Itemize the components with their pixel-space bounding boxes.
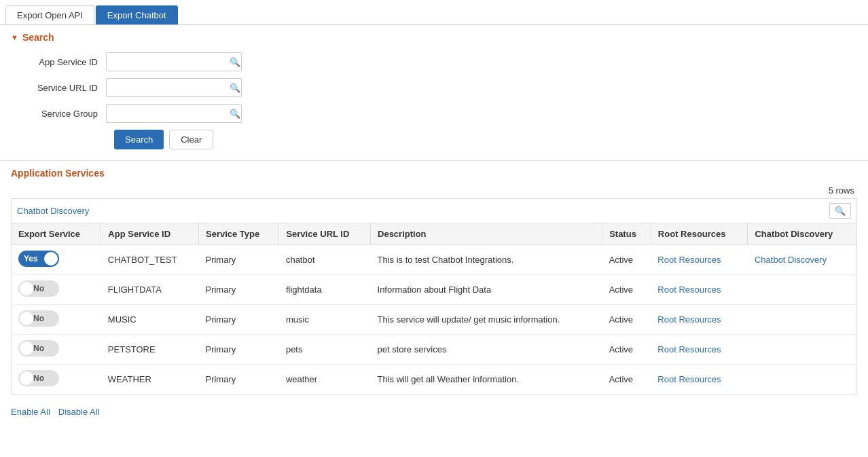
tab-export-open-api[interactable]: Export Open API	[5, 5, 94, 24]
col-description: Description	[371, 223, 602, 245]
col-export-service: Export Service	[12, 223, 101, 245]
table-row: YesCHATBOT_TESTPrimarychatbotThis is to …	[12, 245, 857, 275]
root-resources-cell: Root Resources	[651, 305, 748, 335]
toggle-label: No	[33, 314, 44, 323]
toggle-cell: No	[12, 335, 101, 365]
table-header-row: 5 rows	[11, 183, 857, 198]
root-resources-link[interactable]: Root Resources	[657, 314, 721, 325]
col-chatbot-discovery: Chatbot Discovery	[748, 223, 857, 245]
search-button-row: Search Clear	[11, 130, 857, 149]
export-toggle-4[interactable]: No	[18, 370, 59, 386]
app-service-id-label: App Service ID	[11, 57, 106, 67]
chatbot-discovery-cell	[748, 365, 857, 395]
status-cell: Active	[602, 365, 651, 395]
search-form: App Service ID 🔍 Service URL ID 🔍 Servic…	[11, 50, 857, 156]
rows-count: 5 rows	[829, 185, 854, 196]
toggle-knob	[20, 342, 33, 355]
description-cell: Information about Flight Data	[371, 275, 602, 305]
root-resources-link[interactable]: Root Resources	[657, 374, 721, 384]
table-row: NoPETSTOREPrimarypetspet store servicesA…	[12, 335, 857, 365]
chatbot-discovery-cell: Chatbot Discovery	[748, 245, 857, 275]
status-cell: Active	[602, 335, 651, 365]
service-group-label: Service Group	[11, 109, 106, 119]
app-service-id-row: App Service ID 🔍	[11, 52, 857, 71]
chatbot-discovery-cell	[748, 275, 857, 305]
app-service-id-cell: WEATHER	[101, 365, 199, 395]
toggle-cell: No	[12, 275, 101, 305]
search-arrow-icon: ▼	[11, 33, 18, 41]
search-button[interactable]: Search	[114, 130, 164, 149]
chatbot-discovery-cell	[748, 305, 857, 335]
root-resources-link[interactable]: Root Resources	[657, 285, 721, 295]
toggle-cell: Yes	[12, 245, 101, 275]
table-search-button[interactable]: 🔍	[829, 203, 851, 219]
col-service-type: Service Type	[198, 223, 278, 245]
search-toggle[interactable]: ▼ Search	[11, 32, 857, 43]
col-root-resources: Root Resources	[651, 223, 748, 245]
root-resources-cell: Root Resources	[651, 275, 748, 305]
app-service-id-input[interactable]	[106, 52, 242, 71]
chatbot-discovery-link[interactable]: Chatbot Discovery	[17, 206, 89, 216]
tab-export-chatbot[interactable]: Export Chatbot	[96, 5, 178, 24]
service-url-id-label: Service URL ID	[11, 83, 106, 93]
toggle-label: No	[33, 344, 44, 353]
service-type-cell: Primary	[198, 245, 278, 275]
service-url-id-input[interactable]	[106, 78, 242, 97]
col-service-url-id: Service URL ID	[279, 223, 371, 245]
root-resources-cell: Root Resources	[651, 335, 748, 365]
app-service-id-search-icon[interactable]: 🔍	[230, 57, 240, 67]
search-section: ▼ Search App Service ID 🔍 Service URL ID…	[0, 25, 868, 161]
description-cell: pet store services	[371, 335, 602, 365]
table-row: NoWEATHERPrimaryweatherThis will get all…	[12, 365, 857, 395]
service-type-cell: Primary	[198, 275, 278, 305]
description-cell: This will get all Weather information.	[371, 365, 602, 395]
service-type-cell: Primary	[198, 305, 278, 335]
service-group-input-wrapper: 🔍	[106, 104, 242, 123]
toggle-cell: No	[12, 305, 101, 335]
export-toggle-2[interactable]: No	[18, 310, 59, 327]
clear-button[interactable]: Clear	[169, 130, 213, 149]
app-service-id-cell: MUSIC	[101, 305, 199, 335]
service-type-cell: Primary	[198, 335, 278, 365]
service-url-id-cell: chatbot	[279, 245, 371, 275]
root-resources-cell: Root Resources	[651, 365, 748, 395]
app-service-id-input-wrapper: 🔍	[106, 52, 242, 71]
service-url-id-input-wrapper: 🔍	[106, 78, 242, 97]
export-toggle-0[interactable]: Yes	[18, 251, 59, 267]
col-status: Status	[602, 223, 651, 245]
root-resources-link[interactable]: Root Resources	[657, 344, 721, 354]
toggle-label: No	[33, 373, 44, 383]
root-resources-cell: Root Resources	[651, 245, 748, 275]
service-url-id-cell: weather	[279, 365, 371, 395]
root-resources-link[interactable]: Root Resources	[657, 255, 721, 265]
application-services-title: Application Services	[0, 161, 868, 183]
service-url-id-cell: pets	[279, 335, 371, 365]
chatbot-discovery-table-link[interactable]: Chatbot Discovery	[755, 255, 827, 265]
toggle-knob	[20, 282, 33, 295]
status-cell: Active	[602, 275, 651, 305]
toggle-label: No	[33, 284, 44, 293]
description-cell: This service will update/ get music info…	[371, 305, 602, 335]
status-cell: Active	[602, 305, 651, 335]
service-url-id-row: Service URL ID 🔍	[11, 78, 857, 97]
toggle-cell: No	[12, 365, 101, 395]
service-group-input[interactable]	[106, 104, 242, 123]
service-url-id-cell: music	[279, 305, 371, 335]
service-group-row: Service Group 🔍	[11, 104, 857, 123]
service-url-id-cell: flightdata	[279, 275, 371, 305]
export-toggle-1[interactable]: No	[18, 280, 59, 297]
table-row: NoFLIGHTDATAPrimaryflightdataInformation…	[12, 275, 857, 305]
service-group-search-icon[interactable]: 🔍	[230, 109, 240, 119]
chatbot-discovery-cell	[748, 335, 857, 365]
enable-all-link[interactable]: Enable All	[11, 407, 50, 417]
description-cell: This is to test Chatbot Integrations.	[371, 245, 602, 275]
col-app-service-id: App Service ID	[101, 223, 199, 245]
disable-all-link[interactable]: Disable All	[58, 407, 100, 417]
tab-bar: Export Open API Export Chatbot	[0, 0, 868, 25]
service-url-id-search-icon[interactable]: 🔍	[230, 83, 240, 93]
table-row: NoMUSICPrimarymusicThis service will upd…	[12, 305, 857, 335]
export-toggle-3[interactable]: No	[18, 340, 59, 357]
toggle-knob	[44, 252, 58, 266]
footer-links: Enable All Disable All	[0, 401, 868, 422]
toggle-label: Yes	[24, 254, 38, 263]
